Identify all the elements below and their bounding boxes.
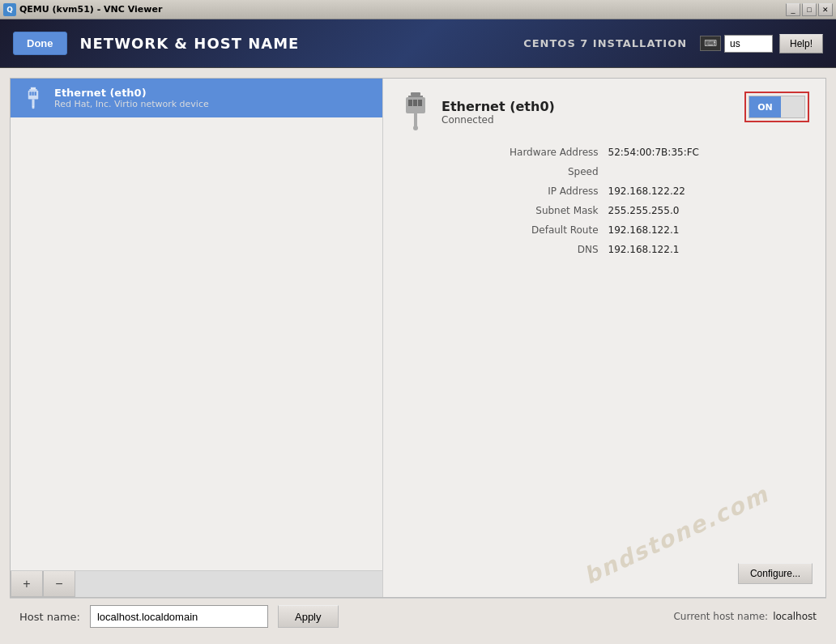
default-route-value: 192.168.122.1 [608, 223, 809, 237]
hostname-input[interactable] [90, 605, 268, 628]
apply-button[interactable]: Apply [278, 605, 339, 628]
subnet-mask-label: Subnet Mask [399, 203, 599, 218]
device-icon [399, 92, 432, 132]
remove-network-button[interactable]: − [43, 571, 75, 597]
network-item-info: Ethernet (eth0) Red Hat, Inc. Virtio net… [54, 87, 209, 109]
header-right: CENTOS 7 INSTALLATION ⌨ Help! [523, 34, 823, 53]
minimize-button[interactable]: _ [786, 3, 800, 16]
dns-value: 192.168.122.1 [608, 242, 809, 257]
device-name-group: Ethernet (eth0) Connected [441, 99, 555, 126]
bottom-bar: Host name: Apply Current host name: loca… [10, 598, 826, 634]
speed-value [608, 164, 809, 179]
maximize-button[interactable]: □ [802, 3, 817, 16]
page-header: Done NETWORK & HOST NAME CENTOS 7 INSTAL… [0, 19, 836, 68]
svg-rect-12 [413, 100, 417, 106]
add-network-button[interactable]: + [11, 571, 43, 597]
device-name: Ethernet (eth0) [441, 99, 555, 114]
svg-rect-9 [408, 96, 423, 97]
ip-address-value: 192.168.122.22 [608, 184, 809, 198]
app-icon: Q [3, 3, 16, 16]
ip-address-label: IP Address [399, 184, 599, 198]
page-title: NETWORK & HOST NAME [80, 35, 300, 52]
configure-button[interactable]: Configure... [738, 563, 813, 584]
title-bar: Q QEMU (kvm51) - VNC Viewer _ □ ✕ [0, 0, 836, 19]
hostname-label: Host name: [19, 611, 80, 623]
right-header: Ethernet (eth0) Connected ON [399, 92, 809, 132]
svg-rect-8 [411, 92, 420, 96]
device-status: Connected [441, 114, 555, 126]
list-item[interactable]: Ethernet (eth0) Red Hat, Inc. Virtio net… [11, 79, 382, 117]
current-hostname-label: Current host name: [673, 611, 768, 622]
default-route-label: Default Route [399, 223, 599, 237]
svg-rect-11 [408, 100, 412, 106]
svg-rect-4 [32, 92, 33, 96]
centos-label: CENTOS 7 INSTALLATION [523, 37, 687, 49]
svg-rect-5 [35, 92, 36, 96]
svg-rect-0 [31, 87, 36, 89]
hw-address-value: 52:54:00:7B:35:FC [608, 145, 809, 160]
hw-address-label: Hardware Address [399, 145, 599, 160]
device-info: Ethernet (eth0) Connected [399, 92, 555, 132]
toggle-on-label: ON [749, 96, 781, 117]
right-panel: Ethernet (eth0) Connected ON Hardware Ad… [383, 79, 825, 597]
svg-rect-13 [418, 100, 422, 106]
network-item-desc: Red Hat, Inc. Virtio network device [54, 99, 209, 109]
svg-rect-3 [29, 92, 31, 96]
main-panel: Ethernet (eth0) Red Hat, Inc. Virtio net… [10, 78, 826, 598]
help-button[interactable]: Help! [779, 34, 823, 53]
svg-point-7 [32, 106, 34, 109]
content-area: Ethernet (eth0) Red Hat, Inc. Virtio net… [0, 68, 836, 644]
left-panel: Ethernet (eth0) Red Hat, Inc. Virtio net… [11, 79, 383, 597]
dns-label: DNS [399, 242, 599, 257]
toggle-container: ON [744, 92, 809, 122]
svg-rect-14 [414, 113, 417, 126]
svg-rect-1 [29, 89, 36, 91]
toggle-off-area [781, 96, 804, 117]
toggle-switch[interactable]: ON [749, 96, 805, 118]
language-input[interactable] [724, 35, 773, 53]
current-hostname-value: localhost [773, 611, 817, 622]
svg-point-15 [413, 126, 418, 130]
subnet-mask-value: 255.255.255.0 [608, 203, 809, 218]
window-title: QEMU (kvm51) - VNC Viewer [19, 4, 786, 15]
network-details: Hardware Address 52:54:00:7B:35:FC Speed… [399, 145, 809, 257]
done-button[interactable]: Done [13, 32, 67, 55]
close-button[interactable]: ✕ [818, 3, 833, 16]
svg-rect-6 [32, 100, 34, 107]
list-buttons: + − [11, 570, 382, 597]
window-controls: _ □ ✕ [786, 3, 833, 16]
keyboard-icon: ⌨ [700, 36, 721, 51]
current-hostname-group: Current host name: localhost [673, 611, 817, 622]
header-left: Done NETWORK & HOST NAME [13, 32, 299, 55]
app-window: Done NETWORK & HOST NAME CENTOS 7 INSTAL… [0, 19, 836, 644]
network-item-name: Ethernet (eth0) [54, 87, 209, 99]
keyboard-widget: ⌨ [700, 35, 773, 53]
ethernet-icon [20, 85, 46, 111]
network-list: Ethernet (eth0) Red Hat, Inc. Virtio net… [11, 79, 382, 570]
speed-label: Speed [399, 164, 599, 179]
